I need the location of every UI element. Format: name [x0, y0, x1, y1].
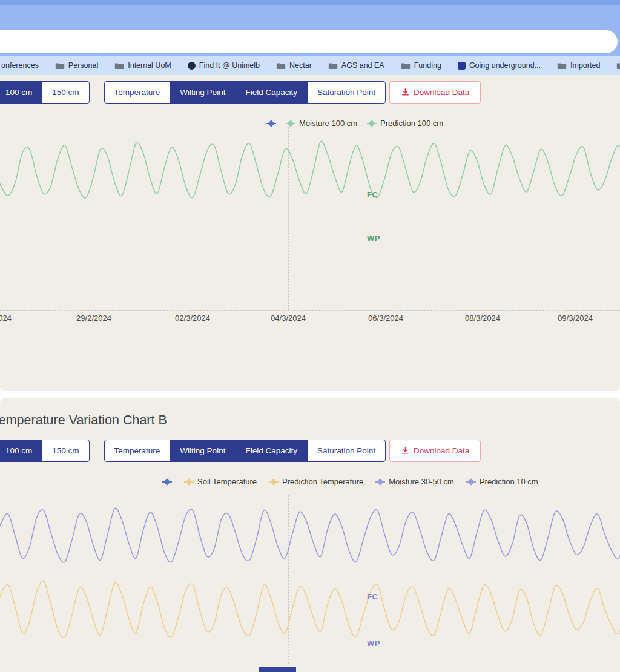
bookmark-item[interactable]: Co — [616, 61, 620, 70]
button-temperature[interactable]: Temperature — [104, 81, 171, 104]
field-capacity-annotation: FC — [367, 592, 378, 601]
diamond-marker-icon — [270, 478, 277, 485]
diamond-marker-icon — [368, 120, 375, 127]
legend-label: Prediction Temperature — [282, 477, 363, 486]
button-150cm[interactable]: 150 cm — [42, 440, 89, 462]
series-marker — [286, 123, 295, 124]
x-axis-tick-label: 29/2/2024 — [67, 314, 121, 323]
bookmark-item[interactable]: Find It @ Unimelb — [188, 61, 260, 70]
series-marker — [269, 481, 279, 483]
bookmark-label: Nectar — [289, 61, 312, 70]
series-marker — [466, 481, 476, 483]
partially-visible-element — [259, 667, 296, 672]
x-axis-tick-label: 04/3/2024 — [261, 314, 315, 323]
site-favicon-icon — [458, 62, 466, 70]
download-icon — [401, 88, 410, 97]
browser-tab-strip — [0, 0, 620, 5]
button-temperature[interactable]: Temperature — [104, 440, 171, 462]
bookmark-item[interactable]: Going underground... — [458, 61, 541, 70]
chart-b-controls: 100 cm 150 cm Temperature Wilting Point … — [0, 440, 481, 462]
bookmark-item[interactable]: AGS and EA — [328, 61, 384, 70]
legend-item[interactable]: Soil Temperature — [184, 477, 257, 486]
legend-label: Prediction 10 cm — [480, 477, 538, 486]
diamond-marker-icon — [287, 120, 294, 127]
x-axis-line — [0, 664, 620, 664]
wilting-point-annotation: WP — [367, 234, 380, 243]
soil-temperature-line-chart[interactable] — [0, 574, 620, 642]
field-capacity-annotation: FC — [367, 190, 378, 199]
legend-item[interactable] — [162, 481, 172, 483]
download-data-button[interactable]: Download Data — [389, 440, 481, 462]
bookmark-item[interactable]: Nectar — [276, 61, 312, 70]
bookmark-item[interactable]: Internal UoM — [114, 61, 171, 70]
button-wilting-point[interactable]: Wilting Point — [170, 440, 236, 462]
x-axis-line — [0, 310, 620, 311]
x-axis-tick-label: 02/3/2024 — [165, 314, 220, 323]
bookmark-item[interactable]: Imported — [557, 61, 600, 70]
temperature-chart-card: Temperature Variation Chart B 100 cm 150… — [0, 398, 620, 672]
download-icon — [401, 446, 410, 455]
x-axis-tick-label: 09/3/2024 — [548, 314, 602, 323]
series-marker — [375, 481, 385, 483]
download-data-button[interactable]: Download Data — [389, 81, 481, 104]
bookmark-item[interactable]: Personal — [55, 61, 98, 70]
wilting-point-annotation: WP — [367, 639, 380, 648]
legend-label: Moisture 100 cm — [299, 119, 357, 128]
address-bar[interactable] — [0, 30, 618, 53]
button-wilting-point[interactable]: Wilting Point — [170, 81, 236, 104]
bookmark-label: Find It @ Unimelb — [199, 61, 260, 70]
diamond-marker-icon — [163, 478, 170, 485]
chart-b-legend: Soil Temperature Prediction Temperature … — [162, 477, 538, 486]
button-field-capacity[interactable]: Field Capacity — [235, 440, 308, 462]
depth-toggle-group: 100 cm 150 cm — [0, 440, 90, 462]
button-100cm[interactable]: 100 cm — [0, 440, 42, 462]
x-axis-tick-label: 06/3/2024 — [358, 314, 413, 323]
legend-item[interactable]: Moisture 100 cm — [286, 119, 357, 128]
chart-a-legend: Moisture 100 cm Prediction 100 cm — [266, 119, 443, 128]
bookmark-item[interactable]: Funding — [401, 61, 441, 70]
metric-toggle-group: Temperature Wilting Point Field Capacity… — [104, 440, 386, 462]
folder-icon — [276, 62, 286, 70]
folder-icon — [401, 62, 411, 70]
button-field-capacity[interactable]: Field Capacity — [235, 81, 308, 104]
legend-label: Soil Temperature — [197, 477, 257, 486]
legend-item[interactable]: Moisture 30-50 cm — [375, 477, 454, 486]
bookmark-item[interactable]: onferences — [1, 61, 39, 70]
download-label: Download Data — [414, 446, 469, 455]
download-label: Download Data — [414, 88, 469, 97]
button-saturation-point[interactable]: Saturation Point — [307, 440, 386, 462]
moisture-chart-card: 100 cm 150 cm Temperature Wilting Point … — [0, 75, 620, 391]
bookmark-label: Going underground... — [469, 61, 541, 70]
legend-label: Prediction 100 cm — [380, 119, 443, 128]
x-axis-tick-label: 27/2/2024 — [0, 314, 21, 323]
legend-item[interactable]: Prediction 10 cm — [466, 477, 538, 486]
series-marker — [184, 481, 194, 483]
chart-a-controls: 100 cm 150 cm Temperature Wilting Point … — [0, 81, 481, 104]
x-axis-tick-label: 08/3/2024 — [455, 314, 510, 323]
button-100cm[interactable]: 100 cm — [0, 81, 42, 104]
button-saturation-point[interactable]: Saturation Point — [307, 81, 386, 104]
diamond-marker-icon — [467, 478, 474, 485]
series-marker — [162, 481, 172, 483]
bookmarks-bar: onferences Personal Internal UoM Find It… — [0, 56, 620, 75]
bookmark-label: Internal UoM — [128, 61, 171, 70]
browser-toolbar — [0, 5, 620, 56]
legend-label: Moisture 30-50 cm — [389, 477, 454, 486]
series-marker — [266, 123, 276, 124]
diamond-marker-icon — [185, 478, 192, 485]
legend-item[interactable]: Prediction Temperature — [269, 477, 363, 486]
folder-icon — [616, 62, 620, 70]
folder-icon — [557, 62, 567, 70]
legend-item[interactable] — [266, 123, 276, 124]
button-150cm[interactable]: 150 cm — [42, 81, 89, 104]
moisture-line-chart[interactable] — [0, 127, 620, 206]
globe-favicon-icon — [188, 62, 196, 70]
chart-b-title: Temperature Variation Chart B — [0, 413, 167, 428]
moisture-30-50-line-chart[interactable] — [0, 501, 620, 568]
legend-item[interactable]: Prediction 100 cm — [367, 119, 443, 128]
folder-icon — [55, 62, 65, 70]
series-marker — [367, 123, 377, 124]
bookmark-label: Funding — [414, 61, 441, 70]
depth-toggle-group: 100 cm 150 cm — [0, 81, 90, 104]
diamond-marker-icon — [377, 478, 384, 485]
